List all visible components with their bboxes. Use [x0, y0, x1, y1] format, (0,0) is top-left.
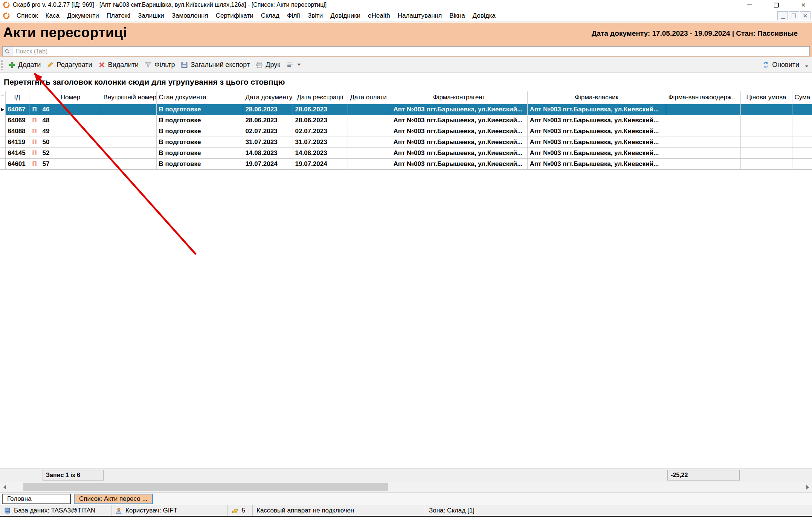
column-header-Дата реєстрації[interactable]: Дата реєстрації: [293, 91, 348, 104]
menu-item-Сертифікати[interactable]: Сертифікати: [212, 11, 257, 21]
cell[interactable]: Апт №003 пгт.Барышевка, ул.Киевский...: [527, 104, 666, 115]
window-minimize-button[interactable]: [743, 1, 755, 9]
cell[interactable]: Апт №003 пгт.Барышевка, ул.Киевский...: [391, 104, 527, 115]
chevron-down-icon[interactable]: [805, 65, 808, 67]
cell[interactable]: В подготовке: [156, 147, 243, 158]
column-header-Цінова умова[interactable]: Цінова умова: [740, 91, 792, 104]
cell[interactable]: П: [29, 158, 40, 169]
column-header-ІД[interactable]: ІД: [5, 91, 29, 104]
cell[interactable]: П: [29, 115, 40, 126]
cell[interactable]: П: [29, 137, 40, 147]
cell[interactable]: [792, 115, 812, 126]
cell[interactable]: [740, 137, 792, 147]
cell[interactable]: [740, 104, 792, 115]
cell[interactable]: 52: [40, 147, 101, 158]
menu-item-Платежі[interactable]: Платежі: [103, 11, 134, 21]
cell[interactable]: 49: [40, 126, 101, 137]
table-row[interactable]: 64145П52В подготовке14.08.202314.08.2023…: [0, 147, 812, 158]
column-header-Дата оплати[interactable]: Дата оплати: [348, 91, 391, 104]
cell[interactable]: [348, 104, 391, 115]
cell[interactable]: [666, 158, 740, 169]
cell[interactable]: [348, 147, 391, 158]
cell[interactable]: 14.08.2023: [293, 147, 348, 158]
add-button[interactable]: Додати: [5, 59, 44, 71]
chevron-down-icon[interactable]: [297, 64, 301, 66]
scroll-right-button[interactable]: [803, 482, 812, 492]
cell[interactable]: [740, 126, 792, 137]
filter-button[interactable]: Фільтр: [142, 59, 178, 71]
tab-Список: Акти пересо ...[interactable]: Список: Акти пересо ...: [74, 494, 153, 504]
search-button[interactable]: [3, 47, 12, 56]
menu-item-Каса[interactable]: Каса: [42, 11, 63, 21]
scrollbar-thumb[interactable]: [23, 483, 388, 491]
delete-button[interactable]: Видалити: [95, 59, 142, 71]
cell[interactable]: В подготовке: [156, 158, 243, 169]
cell[interactable]: Апт №003 пгт.Барышевка, ул.Киевский...: [527, 115, 666, 126]
scroll-left-button[interactable]: [0, 482, 9, 492]
cell[interactable]: 28.06.2023: [293, 115, 348, 126]
cell[interactable]: П: [29, 104, 40, 115]
cell[interactable]: Апт №003 пгт.Барышевка, ул.Киевский...: [391, 115, 527, 126]
toolbar-grip-handle[interactable]: [1, 60, 3, 70]
cell[interactable]: Апт №003 пгт.Барышевка, ул.Киевский...: [391, 158, 527, 169]
column-header-Внутрішній номер[interactable]: Внутрішній номер: [101, 91, 156, 104]
cell[interactable]: [348, 115, 391, 126]
cell[interactable]: П: [29, 147, 40, 158]
cell[interactable]: Апт №003 пгт.Барышевка, ул.Киевский...: [527, 126, 666, 137]
cell[interactable]: Апт №003 пгт.Барышевка, ул.Киевский...: [391, 147, 527, 158]
cell[interactable]: [740, 158, 792, 169]
cell[interactable]: [792, 147, 812, 158]
cell[interactable]: В подготовке: [156, 104, 243, 115]
table-row[interactable]: 64119П50В подготовке31.07.202331.07.2023…: [0, 137, 812, 147]
cell[interactable]: [792, 126, 812, 137]
cell[interactable]: 28.06.2023: [293, 104, 348, 115]
list-options-button[interactable]: [283, 59, 296, 70]
print-button[interactable]: Друк: [253, 59, 283, 71]
cell[interactable]: [666, 137, 740, 147]
column-header-Стан документа[interactable]: Стан документа: [156, 91, 243, 104]
cell[interactable]: [740, 115, 792, 126]
column-header-Номер[interactable]: Номер: [40, 91, 101, 104]
cell[interactable]: 46: [40, 104, 101, 115]
cell[interactable]: [792, 137, 812, 147]
cell[interactable]: 64088: [5, 126, 29, 137]
cell[interactable]: [101, 115, 156, 126]
menu-item-Залишки[interactable]: Залишки: [134, 11, 168, 21]
cell[interactable]: 28.06.2023: [243, 104, 293, 115]
cell[interactable]: [348, 126, 391, 137]
cell[interactable]: Апт №003 пгт.Барышевка, ул.Киевский...: [527, 158, 666, 169]
cell[interactable]: [348, 158, 391, 169]
cell[interactable]: 14.08.2023: [243, 147, 293, 158]
column-header-Фірма-вантажоодерж...[interactable]: Фірма-вантажоодерж...: [666, 91, 740, 104]
cell[interactable]: Апт №003 пгт.Барышевка, ул.Киевский...: [391, 126, 527, 137]
mdi-minimize-button[interactable]: [777, 11, 788, 20]
cell[interactable]: 64119: [5, 137, 29, 147]
cell[interactable]: [101, 158, 156, 169]
table-row[interactable]: 64088П49В подготовке02.07.202302.07.2023…: [0, 126, 812, 137]
cell[interactable]: [101, 137, 156, 147]
cell[interactable]: [740, 147, 792, 158]
export-button[interactable]: Загальний експорт: [178, 59, 253, 71]
table-row[interactable]: ▶64067П46В подготовке28.06.202328.06.202…: [0, 104, 812, 115]
cell[interactable]: 31.07.2023: [243, 137, 293, 147]
cell[interactable]: П: [29, 126, 40, 137]
mdi-close-button[interactable]: ×: [800, 11, 810, 20]
cell[interactable]: Апт №003 пгт.Барышевка, ул.Киевский...: [527, 147, 666, 158]
cell[interactable]: В подготовке: [156, 115, 243, 126]
horizontal-scrollbar[interactable]: [0, 482, 812, 492]
cell[interactable]: [666, 126, 740, 137]
cell[interactable]: Апт №003 пгт.Барышевка, ул.Киевский...: [391, 137, 527, 147]
menu-item-Склад[interactable]: Склад: [257, 11, 283, 21]
cell[interactable]: 28.06.2023: [243, 115, 293, 126]
column-header-empty[interactable]: [29, 91, 40, 104]
menu-item-Документи[interactable]: Документи: [63, 11, 103, 21]
cell[interactable]: [101, 104, 156, 115]
menu-item-Замовлення[interactable]: Замовлення: [168, 11, 212, 21]
window-restore-button[interactable]: [771, 1, 782, 9]
cell[interactable]: 64145: [5, 147, 29, 158]
menu-item-Вікна[interactable]: Вікна: [446, 11, 469, 21]
table-row[interactable]: 64069П48В подготовке28.06.202328.06.2023…: [0, 115, 812, 126]
cell[interactable]: 02.07.2023: [243, 126, 293, 137]
cell[interactable]: [101, 147, 156, 158]
menu-item-Довідники[interactable]: Довідники: [327, 11, 364, 21]
